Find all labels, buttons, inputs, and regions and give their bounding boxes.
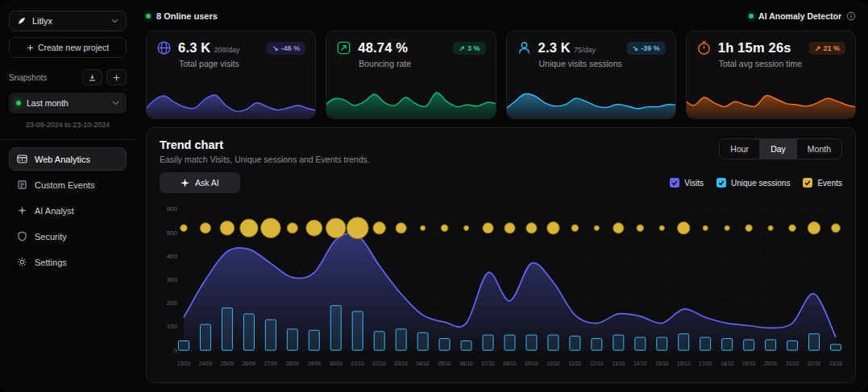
info-icon[interactable]: [846, 11, 856, 21]
stat-badge: ↘ -46 %: [267, 42, 305, 55]
svg-text:13/10: 13/10: [612, 361, 625, 366]
svg-text:10/10: 10/10: [546, 361, 560, 366]
anomaly-label: AI Anomaly Detector: [758, 11, 841, 21]
svg-text:03/10: 03/10: [395, 361, 409, 366]
svg-text:300: 300: [167, 276, 178, 283]
svg-text:26/09: 26/09: [243, 361, 256, 366]
stat-value: 6.3 K: [178, 40, 210, 56]
plus-icon: [27, 44, 34, 52]
sidebar-item-security[interactable]: Security: [9, 225, 127, 248]
trend-legend: Visits Unique sessions Events: [670, 178, 842, 188]
sidebar-item-label: Security: [35, 232, 67, 241]
download-snapshot-button[interactable]: [82, 69, 102, 85]
svg-text:30/09: 30/09: [330, 361, 343, 366]
svg-text:24/09: 24/09: [199, 361, 213, 366]
events-checkbox[interactable]: [803, 178, 812, 188]
stat-badge: ↘ -39 %: [627, 42, 666, 55]
svg-text:100: 100: [167, 323, 178, 330]
svg-text:400: 400: [167, 253, 178, 260]
stat-per-day: 75/day: [574, 46, 596, 54]
svg-text:600: 600: [167, 205, 178, 213]
check-icon: [718, 179, 725, 186]
stat-label: Total avg session time: [687, 56, 855, 68]
stat-card-bounce-rate: 48.74 % ↗ 3 % Bouncing rate: [326, 31, 496, 119]
gear-icon: [17, 257, 27, 267]
stat-sparkline: [326, 77, 496, 119]
svg-text:23/10: 23/10: [829, 361, 842, 366]
sidebar-item-web-analytics[interactable]: Web Analytics: [9, 147, 127, 171]
legend-item-visits[interactable]: Visits: [670, 178, 704, 188]
custom-events-icon: [17, 179, 27, 190]
add-snapshot-button[interactable]: [106, 69, 127, 85]
shield-icon: [17, 231, 27, 241]
svg-text:20/10: 20/10: [764, 361, 778, 366]
ai-sparkle-icon: [17, 205, 27, 216]
ai-anomaly-detector: AI Anomaly Detector: [749, 11, 856, 21]
visits-checkbox[interactable]: [670, 178, 679, 188]
stat-value: 2.3 K: [538, 40, 571, 56]
sidebar-item-settings[interactable]: Settings: [9, 250, 127, 274]
project-logo-icon: [17, 16, 27, 26]
web-analytics-icon: [17, 154, 27, 164]
plus-icon: [112, 73, 121, 82]
check-icon: [804, 179, 811, 186]
stat-sparkline: [146, 77, 316, 119]
check-icon: [671, 179, 678, 186]
topbar: 8 Online users AI Anomaly Detector: [146, 8, 856, 24]
stat-per-day: 208/day: [214, 46, 239, 54]
legend-item-unique-sessions[interactable]: Unique sessions: [716, 178, 790, 188]
svg-text:500: 500: [167, 229, 178, 237]
range-button-group: Hour Day Month: [719, 138, 842, 159]
svg-text:04/10: 04/10: [416, 361, 430, 366]
svg-text:17/10: 17/10: [699, 361, 712, 366]
range-month-button[interactable]: Month: [796, 139, 841, 159]
stat-card-total-visits: 6.3 K 208/day ↘ -46 % Total page visits: [146, 31, 316, 119]
svg-text:200: 200: [167, 299, 178, 307]
svg-text:12/10: 12/10: [590, 361, 604, 366]
snapshots-label: Snapshots: [9, 73, 47, 82]
svg-text:11/10: 11/10: [569, 361, 582, 366]
svg-text:27/09: 27/09: [264, 361, 278, 366]
stat-label: Bouncing rate: [326, 56, 495, 68]
stat-label: Unique visits sessions: [507, 56, 675, 68]
unique-sessions-checkbox[interactable]: [716, 178, 726, 188]
svg-text:29/09: 29/09: [308, 361, 322, 366]
sidebar-item-ai-analyst[interactable]: AI Analyst: [9, 199, 127, 222]
legend-item-events[interactable]: Events: [803, 178, 842, 188]
svg-text:22/10: 22/10: [808, 361, 821, 366]
svg-text:06/10: 06/10: [459, 361, 473, 366]
stat-sparkline: [506, 77, 676, 119]
svg-text:05/10: 05/10: [438, 361, 451, 366]
project-selector[interactable]: Litlyx: [9, 10, 127, 31]
create-project-button[interactable]: Create new project: [9, 37, 127, 58]
stat-value: 1h 15m 26s: [718, 40, 791, 56]
sidebar: Litlyx Create new project Snapshots Last: [0, 0, 135, 392]
anomaly-status-dot: [749, 14, 754, 19]
range-day-button[interactable]: Day: [759, 139, 796, 159]
svg-text:08/10: 08/10: [503, 361, 517, 366]
sidebar-item-custom-events[interactable]: Custom Events: [9, 173, 127, 196]
online-users: 8 Online users: [146, 11, 218, 21]
app-root: Litlyx Create new project Snapshots Last: [0, 0, 868, 392]
svg-text:23/09: 23/09: [177, 361, 191, 366]
ask-ai-button[interactable]: Ask AI: [160, 172, 240, 193]
active-period-dot: [16, 101, 21, 105]
stat-sparkline: [686, 77, 856, 119]
chevron-down-icon: [112, 101, 119, 105]
stat-card-avg-session-time: 1h 15m 26s ↗ 21 % Total avg session time: [686, 31, 856, 119]
trend-down-icon: ↘: [272, 44, 279, 52]
period-selector[interactable]: Last month: [9, 93, 127, 113]
stat-cards-row: 6.3 K 208/day ↘ -46 % Total page visits: [146, 31, 856, 119]
sidebar-nav: Web Analytics Custom Events AI Analyst S…: [9, 147, 127, 276]
globe-icon: [156, 40, 172, 56]
svg-text:19/10: 19/10: [742, 361, 756, 366]
period-value: Last month: [27, 98, 69, 108]
sidebar-divider: [0, 139, 135, 140]
svg-text:21/10: 21/10: [786, 361, 799, 366]
download-icon: [88, 73, 97, 82]
range-hour-button[interactable]: Hour: [720, 139, 759, 159]
date-range-label: 23-09-2024 to 23-10-2024: [9, 121, 127, 129]
trend-up-icon: ↗: [459, 44, 465, 52]
svg-text:01/10: 01/10: [351, 361, 365, 366]
stat-value: 48.74 %: [358, 40, 408, 56]
